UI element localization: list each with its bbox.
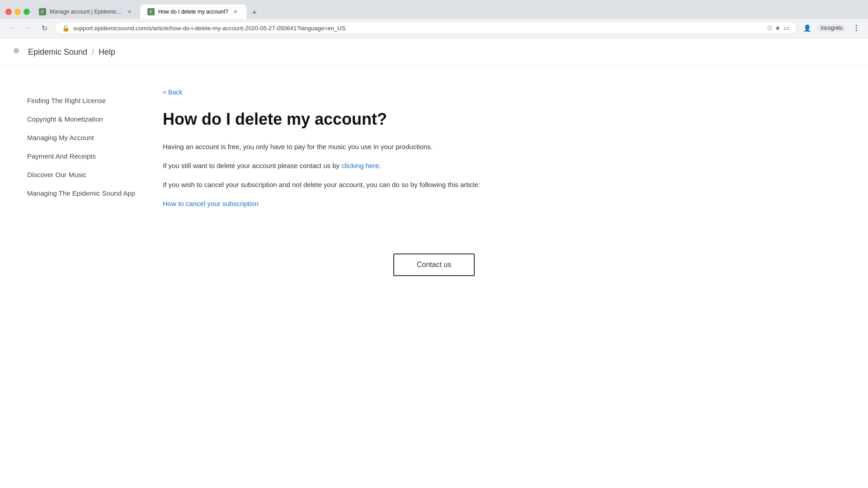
new-tab-button[interactable]: + [248, 6, 261, 19]
article-body: Having an account is free, you only have… [163, 141, 524, 209]
sidebar-item-managing-my-account[interactable]: Managing My Account [27, 130, 136, 145]
article-paragraph-3: If you wish to cancel your subscription … [163, 179, 524, 190]
minimize-window-button[interactable] [14, 9, 21, 15]
sidebar-link-payment-receipts[interactable]: Payment And Receipts [27, 149, 136, 164]
more-options-button[interactable]: ⋮ [850, 22, 863, 34]
sidebar-nav-list: Finding The Right License Copyright & Mo… [27, 93, 136, 201]
cancel-subscription-link[interactable]: How to cancel your subscription [163, 200, 259, 207]
tab-close-1[interactable]: ✕ [126, 8, 133, 15]
maximize-window-button[interactable] [24, 9, 30, 15]
footer-area: Contact us [0, 235, 868, 303]
browser-chrome: E Manage account | Epidemic So ✕ E How d… [0, 0, 868, 38]
address-bar-row: ← → ↻ 🔒 support.epidemicsound.com/s/arti… [0, 19, 868, 38]
article-cancel-link-paragraph: How to cancel your subscription [163, 198, 524, 209]
sidebar-toggle-icon[interactable]: ▭ [783, 24, 789, 32]
tab-close-2[interactable]: ✕ [232, 8, 239, 15]
epidemic-sound-logo-icon: ◎ [14, 47, 24, 57]
site-header: ◎ Epidemic Sound / Help [0, 38, 868, 66]
sidebar-item-payment-receipts[interactable]: Payment And Receipts [27, 149, 136, 164]
tab-favicon-1: E [39, 8, 46, 15]
address-bar-icons: 👁̸ ★ ▭ [768, 24, 789, 32]
tab-title-2: How do I delete my account? [158, 9, 228, 15]
sidebar-link-managing-app[interactable]: Managing The Epidemic Sound App [27, 186, 136, 201]
sidebar-link-discover-music[interactable]: Discover Our Music [27, 167, 136, 182]
contact-us-button[interactable]: Contact us [393, 253, 475, 276]
tab-favicon-2: E [147, 8, 155, 15]
incognito-badge: Incognito [817, 24, 846, 32]
main-layout: Finding The Right License Copyright & Mo… [0, 66, 868, 235]
refresh-button[interactable]: ↻ [38, 22, 51, 34]
window-controls [5, 9, 30, 15]
article-paragraph-2: If you still want to delete your account… [163, 160, 524, 171]
browser-actions: 👤 Incognito ⋮ [801, 22, 863, 34]
address-bar[interactable]: 🔒 support.epidemicsound.com/s/article/ho… [54, 22, 797, 34]
tab-title-1: Manage account | Epidemic So [50, 9, 122, 15]
site-logo-link[interactable]: ◎ Epidemic Sound / Help [14, 47, 115, 57]
site-brand-name: Epidemic Sound [28, 47, 87, 57]
page-wrapper: ◎ Epidemic Sound / Help Finding The Righ… [0, 38, 868, 481]
star-icon[interactable]: ★ [775, 24, 781, 32]
eye-slash-icon: 👁̸ [768, 24, 772, 32]
sidebar-link-managing-my-account[interactable]: Managing My Account [27, 130, 136, 145]
article-paragraph-3-text: If you wish to cancel your subscription … [163, 181, 480, 188]
tab-manage-account[interactable]: E Manage account | Epidemic So ✕ [32, 5, 140, 19]
article-paragraph-1-text: Having an account is free, you only have… [163, 143, 433, 150]
sidebar-link-finding-right-license[interactable]: Finding The Right License [27, 93, 136, 108]
article-title: How do I delete my account? [163, 109, 524, 129]
forward-nav-button[interactable]: → [22, 22, 34, 34]
back-link[interactable]: < Back [163, 89, 182, 96]
site-help-label: Help [99, 47, 115, 57]
back-nav-button[interactable]: ← [5, 22, 18, 34]
profile-icon[interactable]: 👤 [801, 22, 813, 34]
clicking-here-link[interactable]: clicking here. [341, 162, 381, 169]
header-separator: / [92, 47, 94, 57]
article-content: < Back How do I delete my account? Havin… [163, 84, 524, 217]
sidebar-item-discover-music[interactable]: Discover Our Music [27, 167, 136, 182]
article-paragraph-2-text-before: If you still want to delete your account… [163, 162, 341, 169]
sidebar-link-copyright-monetization[interactable]: Copyright & Monetization [27, 112, 136, 127]
lock-icon: 🔒 [62, 24, 70, 32]
sidebar-item-copyright-monetization[interactable]: Copyright & Monetization [27, 112, 136, 127]
close-window-button[interactable] [5, 9, 12, 15]
sidebar-item-managing-app[interactable]: Managing The Epidemic Sound App [27, 186, 136, 201]
title-bar: E Manage account | Epidemic So ✕ E How d… [0, 0, 868, 19]
tab-bar: E Manage account | Epidemic So ✕ E How d… [32, 5, 261, 19]
tab-delete-account[interactable]: E How do I delete my account? ✕ [140, 5, 246, 19]
sidebar-item-finding-right-license[interactable]: Finding The Right License [27, 93, 136, 108]
sidebar-nav: Finding The Right License Copyright & Mo… [27, 84, 136, 217]
article-paragraph-1: Having an account is free, you only have… [163, 141, 524, 152]
url-text: support.epidemicsound.com/s/article/how-… [73, 25, 764, 32]
